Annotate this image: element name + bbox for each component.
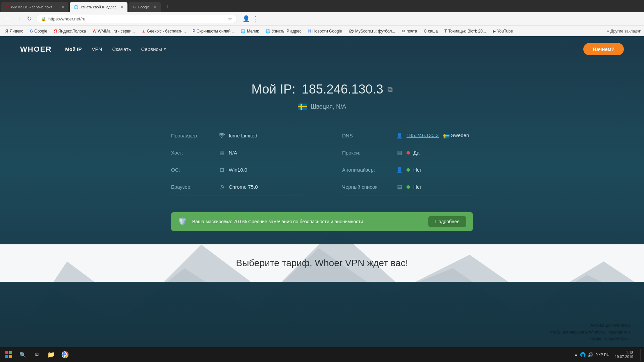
nav-download[interactable]: Скачать [112,46,131,52]
monitor-icon: ⊞ [218,166,225,173]
info-col-left: Провайдер: Icme Limited Хост: ▤ N/A [171,127,302,195]
info-row-proxy: Прокси: ▤ Да [342,144,473,161]
bookmarks-bar: Я Яндекс G Google Я Яндекс.Толока W WMMa… [0,25,644,36]
ip-heading: Мой IP: 185.246.130.3 ⧉ [251,82,392,97]
tab-google[interactable]: G Google ✕ [129,2,161,12]
browser-icon: ◎ [218,183,225,190]
new-tab-button[interactable]: + [163,4,172,11]
info-col-right: DNS 👤 185.246.130.3 Sweden [342,127,473,195]
profile-icon[interactable]: 👤 [243,15,250,22]
info-row-blacklist: Черный список: ▤ Нет [342,178,473,195]
host-value: N/A [229,150,237,156]
copy-ip-button[interactable]: ⧉ [387,85,393,94]
svg-rect-4 [5,355,8,358]
bookmark-wmmail[interactable]: W WMMail.ru - серви... [90,28,138,35]
clock: 1:18 19.07.2019 [615,351,636,359]
activation-text: Чтобы активировать Windows, перейдите в … [537,329,631,342]
tab-close-google[interactable]: ✕ [154,5,157,9]
info-row-dns: DNS 👤 185.246.130.3 Sweden [342,127,473,144]
windows-activation: Активация Windows Чтобы активировать Win… [537,322,631,342]
dns-flag: Sweden [443,132,469,138]
anon-status-dot [407,168,410,172]
browser-value: Chrome 75.0 [229,184,258,190]
back-button[interactable]: ← [3,14,11,24]
bookmark-geekpic[interactable]: ▲ Geekpic - бесплатн... [139,28,189,35]
date: 19.07.2019 [615,355,633,359]
bookmark-tokmak[interactable]: Т Токмацькі Вісті: 20... [442,28,489,35]
bookmark-yandex[interactable]: Я Яндекс [3,28,26,35]
masking-text: Ваша маскировка: 70.0% Средние замечания… [192,219,423,224]
reload-button[interactable]: ↻ [25,14,33,24]
taskbar-items: 🔍 ⧉ 📁 [16,348,72,361]
taskbar-file-explorer[interactable]: 📁 [44,348,58,361]
bookmark-sasha[interactable]: С саша [421,28,440,35]
bookmark-mail[interactable]: ✉ почта [399,28,420,35]
info-grid: Провайдер: Icme Limited Хост: ▤ N/A [171,127,473,195]
blacklist-label: Черный список: [342,184,396,190]
nav-links: Мой IP VPN Скачать Сервисы ▼ [65,46,166,52]
svg-point-10 [64,354,66,356]
logo[interactable]: WHOER [20,45,52,54]
bookmark-myscore[interactable]: ⚽ MyScore.ru: футбол... [346,28,398,35]
bookmark-google[interactable]: G Google [27,28,50,35]
taskbar-chrome[interactable] [58,348,72,361]
language[interactable]: УКР RU [596,353,609,357]
anon-value: Нет [407,167,422,173]
svg-rect-3 [9,351,12,354]
tab-close-whoer[interactable]: ✕ [120,5,123,9]
extensions-icon[interactable]: ⋮ [253,15,259,22]
bookmark-melik[interactable]: 🌐 Мелик [238,28,261,35]
nav-my-ip[interactable]: Мой IP [65,46,82,52]
host-icon: ▤ [218,149,225,156]
navbar: WHOER Мой IP VPN Скачать Сервисы ▼ Начне… [0,36,644,62]
os-label: ОС: [171,167,218,173]
ip-label: Мой IP: 185.246.130.3 [251,82,383,97]
system-tray: УКР RU [596,353,612,357]
browser-label: Браузер: [171,184,218,190]
bookmark-toloka[interactable]: Я Яндекс.Толока [51,28,89,35]
nav-services[interactable]: Сервисы ▼ [141,46,167,52]
bookmark-youtube[interactable]: ▶ YouTube [490,28,516,35]
tab-close-wmmail[interactable]: ✕ [61,5,64,9]
bookmark-ip[interactable]: 🌐 Узнать IP адрес [263,28,304,35]
show-desktop-button[interactable] [640,349,641,361]
lock-icon: 🔒 [41,16,46,21]
country-label: Швеция, N/A [311,103,346,110]
other-bookmarks[interactable]: Другие закладки [610,29,641,34]
ip-address: 185.246.130.3 [302,82,383,96]
blacklist-status-dot [407,185,410,189]
dns-icon: 👤 [396,132,403,139]
volume-icon[interactable]: 🔊 [588,352,593,357]
bookmarks-more[interactable]: » [607,29,609,34]
url-box[interactable]: 🔒 https://whoer.net/ru ☆ [36,15,237,23]
os-value: Win10.0 [229,167,247,173]
taskbar-search[interactable]: 🔍 [16,348,30,361]
tray-up-arrow[interactable]: ▲ [574,352,578,357]
bookmark-news[interactable]: N Новости Google [306,28,345,35]
proxy-status-dot [407,151,410,155]
bookmark-star-icon[interactable]: ☆ [228,16,232,21]
network-icon[interactable]: 🌐 [580,352,586,357]
cta-button[interactable]: Начнем? [583,43,624,55]
page-content: WHOER Мой IP VPN Скачать Сервисы ▼ Начне… [0,36,644,362]
info-row-host: Хост: ▤ N/A [171,144,302,161]
more-details-button[interactable]: Подробнее [428,216,466,227]
tab-whoer[interactable]: 🌐 Узнать свой IP адрес ✕ [70,2,127,12]
svg-rect-2 [5,351,8,354]
start-button[interactable] [3,349,15,361]
dns-link[interactable]: 185.246.130.3 [407,132,439,138]
info-row-os: ОС: ⊞ Win10.0 [171,161,302,178]
nav-vpn[interactable]: VPN [92,46,102,52]
host-label: Хост: [171,150,218,156]
taskbar-right: ▲ 🌐 🔊 УКР RU 1:18 19.07.2019 [574,349,641,361]
tab-wmmail[interactable]: W WMMail.ru - сервис почтовых р... ✕ [1,2,68,12]
taskbar-task-view[interactable]: ⧉ [30,348,44,361]
svg-rect-5 [9,355,12,358]
dns-value: 185.246.130.3 Sweden [407,132,469,138]
bookmark-screenshots[interactable]: P Скриншоты онлай... [190,28,236,35]
taskbar: 🔍 ⧉ 📁 ▲ 🌐 [0,347,644,362]
anon-icon: 👤 [396,166,403,173]
forward-button[interactable]: → [14,14,23,24]
dns-label: DNS [342,133,396,138]
tray-icons: ▲ 🌐 🔊 [574,352,593,357]
